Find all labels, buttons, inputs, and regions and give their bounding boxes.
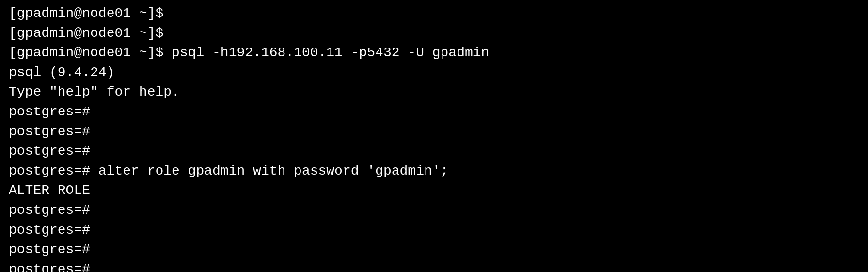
terminal-line: postgres=# [9, 260, 859, 272]
terminal-line: postgres=# [9, 221, 859, 240]
terminal-line: postgres=# [9, 142, 859, 161]
terminal-line: postgres=# [9, 201, 859, 221]
terminal-window[interactable]: [gpadmin@node01 ~]$[gpadmin@node01 ~]$[g… [0, 0, 868, 272]
terminal-line: [gpadmin@node01 ~]$ [9, 4, 859, 24]
terminal-line: postgres=# [9, 102, 859, 122]
terminal-line: postgres=# alter role gpadmin with passw… [9, 161, 859, 181]
terminal-line: psql (9.4.24) [9, 63, 859, 83]
terminal-line: [gpadmin@node01 ~]$ psql -h192.168.100.1… [9, 43, 859, 63]
terminal-line: ALTER ROLE [9, 181, 859, 201]
terminal-line: postgres=# [9, 240, 859, 260]
terminal-line: [gpadmin@node01 ~]$ [9, 24, 859, 44]
terminal-line: Type "help" for help. [9, 82, 859, 102]
terminal-line: postgres=# [9, 122, 859, 142]
